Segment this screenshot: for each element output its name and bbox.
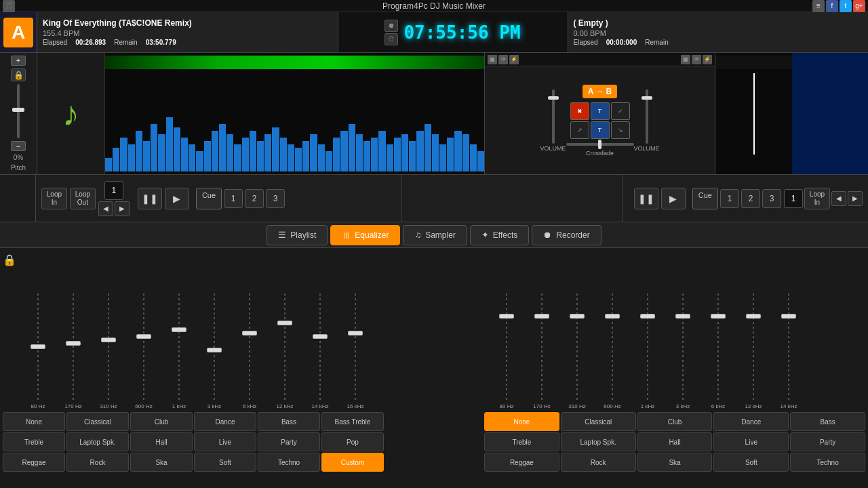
preset-btn-b-treble[interactable]: Treble <box>484 432 559 451</box>
loop-next-btn-b[interactable]: ▶ <box>848 191 863 206</box>
clock-btn-1[interactable]: ⏺ <box>384 20 398 32</box>
cue-btn-a[interactable]: Cue <box>196 188 222 209</box>
eq-thumb-a-8[interactable] <box>313 334 328 339</box>
pitch-lock[interactable]: 🔒 <box>11 68 26 82</box>
level-icon-5[interactable]: ⟳ <box>692 55 701 64</box>
cue-btn-b[interactable]: Cue <box>692 188 718 209</box>
eq-thumb-a-4[interactable] <box>172 327 186 332</box>
menu-icon[interactable]: ≡ <box>812 0 825 12</box>
eq-thumb-b-8[interactable] <box>781 314 796 319</box>
preset-btn-a-live[interactable]: Live <box>194 432 256 451</box>
preset-btn-a-reggae[interactable]: Reggae <box>3 453 65 472</box>
vol-slider-b[interactable]: VOLUME <box>637 89 657 152</box>
level-icon-3[interactable]: ⚡ <box>509 55 519 64</box>
preset-btn-a-party[interactable]: Party <box>258 432 320 451</box>
loop-prev-btn-b[interactable]: ◀ <box>831 191 846 206</box>
cue-num-b-2[interactable]: 2 <box>741 189 760 208</box>
cue-num-b-1[interactable]: 1 <box>720 189 739 208</box>
preset-btn-a-none[interactable]: None <box>3 412 65 431</box>
tab-sampler[interactable]: ♫ Sampler <box>403 225 467 245</box>
cue-num-2[interactable]: 2 <box>245 189 264 208</box>
cue-num-3[interactable]: 3 <box>266 189 285 208</box>
tab-effects[interactable]: ✦ Effects <box>470 225 529 245</box>
preset-btn-a-ska[interactable]: Ska <box>130 453 193 472</box>
level-icon-2[interactable]: ⟳ <box>498 55 508 64</box>
preset-btn-b-none[interactable]: None <box>484 412 559 431</box>
deck-b-waveform[interactable] <box>715 53 792 174</box>
preset-btn-a-custom[interactable]: Custom <box>321 453 384 472</box>
ab-button[interactable]: A → B <box>583 85 617 98</box>
pitch-down-btn[interactable]: − <box>11 141 26 151</box>
loop-in-btn-b[interactable]: Loop In <box>804 188 830 209</box>
pause-btn-a[interactable]: ❚❚ <box>138 188 162 209</box>
pause-btn-b[interactable]: ❚❚ <box>634 188 658 209</box>
eq-thumb-a-9[interactable] <box>348 331 363 336</box>
play-btn-a[interactable]: ▶ <box>165 188 189 209</box>
preset-btn-a-treble[interactable]: Treble <box>3 432 65 451</box>
pitch-up-btn[interactable]: + <box>11 56 26 66</box>
preset-btn-b-ska[interactable]: Ska <box>637 453 713 472</box>
eq-thumb-a-1[interactable] <box>66 341 81 346</box>
preset-btn-b-club[interactable]: Club <box>637 412 713 431</box>
eq-thumb-b-3[interactable] <box>605 314 620 319</box>
preset-btn-a-hall[interactable]: Hall <box>130 432 193 451</box>
eq-thumb-b-2[interactable] <box>570 314 585 319</box>
facebook-icon[interactable]: f <box>826 0 838 12</box>
play-btn-b[interactable]: ▶ <box>661 188 686 209</box>
loop-next-btn[interactable]: ▶ <box>115 201 130 216</box>
clock-btn-2[interactable]: ⏱ <box>384 33 398 45</box>
preset-btn-a-laptop-spk.[interactable]: Laptop Spk. <box>66 432 129 451</box>
preset-btn-b-party[interactable]: Party <box>790 432 865 451</box>
loop-in-btn[interactable]: Loop In <box>41 188 67 209</box>
preset-btn-a-rock[interactable]: Rock <box>66 453 129 472</box>
eq-thumb-a-6[interactable] <box>242 331 257 336</box>
eq-thumb-b-1[interactable] <box>534 314 549 319</box>
preset-btn-a-club[interactable]: Club <box>130 412 193 431</box>
preset-btn-a-bass[interactable]: Bass <box>258 412 320 431</box>
preset-btn-a-classical[interactable]: Classical <box>66 412 129 431</box>
tab-recorder[interactable]: ⏺ Recorder <box>532 225 601 245</box>
preset-btn-b-classical[interactable]: Classical <box>561 412 636 431</box>
preset-btn-b-laptop-spk.[interactable]: Laptop Spk. <box>561 432 636 451</box>
preset-btn-b-hall[interactable]: Hall <box>637 432 713 451</box>
cue-num-1[interactable]: 1 <box>224 189 243 208</box>
preset-btn-b-rock[interactable]: Rock <box>561 453 636 472</box>
crossfade-slider[interactable] <box>566 143 634 146</box>
eq-thumb-a-0[interactable] <box>31 344 45 349</box>
preset-btn-a-pop[interactable]: Pop <box>321 432 384 451</box>
twitter-icon[interactable]: t <box>840 0 852 12</box>
fx-btn-2[interactable]: T <box>591 102 610 120</box>
tab-equalizer[interactable]: ⫼ Equalizer <box>330 225 400 245</box>
eq-thumb-b-7[interactable] <box>746 314 761 319</box>
fx-btn-6[interactable]: ↘ <box>611 121 630 139</box>
level-icon-4[interactable]: ▦ <box>681 55 690 64</box>
eq-thumb-b-0[interactable] <box>499 314 514 319</box>
eq-thumb-b-5[interactable] <box>675 314 690 319</box>
fx-btn-1[interactable]: ✖ <box>570 102 589 120</box>
googleplus-icon[interactable]: g+ <box>853 0 865 12</box>
fx-btn-3[interactable]: ✓ <box>611 102 630 120</box>
preset-btn-a-techno[interactable]: Techno <box>258 453 320 472</box>
eq-thumb-b-4[interactable] <box>640 314 655 319</box>
preset-btn-a-bass-treble[interactable]: Bass Treble <box>321 412 384 431</box>
cue-num-b-3[interactable]: 3 <box>762 189 781 208</box>
vol-slider-a[interactable]: VOLUME <box>543 89 564 152</box>
preset-btn-a-dance[interactable]: Dance <box>194 412 256 431</box>
level-icon-6[interactable]: ⚡ <box>703 55 712 64</box>
tab-playlist[interactable]: ☰ Playlist <box>267 225 328 245</box>
pitch-slider[interactable] <box>17 84 20 138</box>
preset-btn-b-techno[interactable]: Techno <box>790 453 865 472</box>
preset-btn-b-live[interactable]: Live <box>713 432 789 451</box>
preset-btn-b-bass[interactable]: Bass <box>790 412 865 431</box>
eq-thumb-b-6[interactable] <box>711 314 726 319</box>
preset-btn-b-dance[interactable]: Dance <box>713 412 789 431</box>
eq-thumb-a-3[interactable] <box>136 334 151 339</box>
preset-btn-b-reggae[interactable]: Reggae <box>484 453 559 472</box>
loop-out-btn[interactable]: Loop Out <box>70 188 96 209</box>
loop-prev-btn[interactable]: ◀ <box>98 201 113 216</box>
preset-btn-b-soft[interactable]: Soft <box>713 453 789 472</box>
fx-btn-5[interactable]: T <box>591 121 610 139</box>
eq-thumb-a-2[interactable] <box>101 338 116 342</box>
preset-btn-a-soft[interactable]: Soft <box>194 453 256 472</box>
fx-btn-4[interactable]: ↗ <box>570 121 589 139</box>
